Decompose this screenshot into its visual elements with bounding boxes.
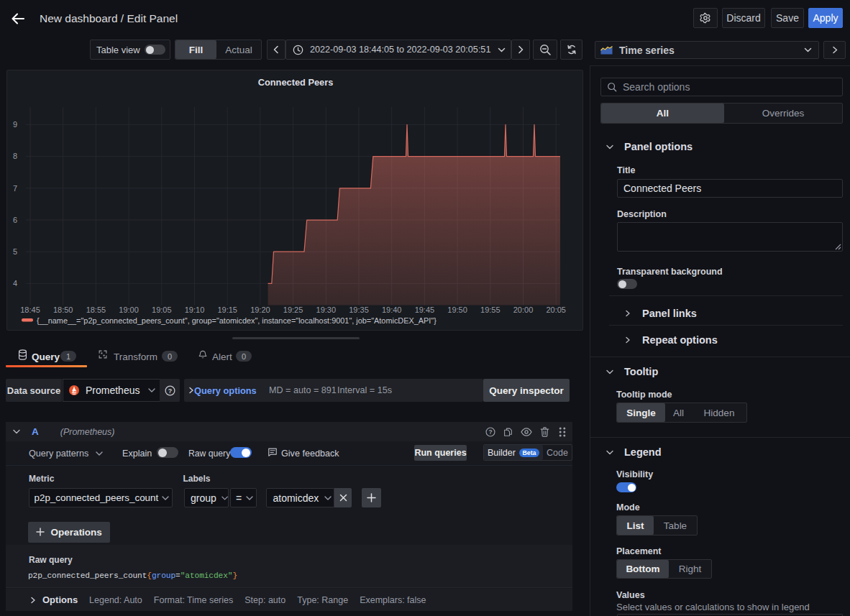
svg-text:19:20: 19:20: [250, 305, 270, 314]
svg-text:{__name__="p2p_connected_peers: {__name__="p2p_connected_peers_count", g…: [37, 316, 437, 325]
svg-text:19:15: 19:15: [217, 305, 237, 314]
svg-text:19:25: 19:25: [283, 305, 303, 314]
svg-text:19:35: 19:35: [349, 305, 369, 314]
svg-text:18:45: 18:45: [20, 305, 40, 314]
svg-text:4: 4: [13, 279, 17, 288]
svg-text:19:55: 19:55: [480, 305, 501, 314]
svg-text:19:50: 19:50: [447, 305, 467, 314]
svg-text:19:40: 19:40: [382, 305, 402, 314]
svg-text:19:10: 19:10: [185, 305, 205, 314]
svg-text:18:50: 18:50: [53, 305, 73, 314]
svg-text:?: ?: [168, 387, 171, 394]
svg-text:20:00: 20:00: [513, 305, 534, 314]
svg-text:20:05: 20:05: [546, 305, 566, 314]
svg-text:19:05: 19:05: [152, 305, 172, 314]
svg-text:8: 8: [13, 152, 17, 160]
svg-text:19:45: 19:45: [415, 305, 435, 314]
svg-text:18:55: 18:55: [86, 305, 106, 314]
svg-text:19:00: 19:00: [119, 305, 139, 314]
svg-text:Connected Peers: Connected Peers: [258, 77, 334, 88]
svg-text:?: ?: [488, 428, 492, 435]
svg-text:9: 9: [13, 120, 17, 129]
svg-text:6: 6: [13, 216, 17, 224]
svg-text:19:30: 19:30: [316, 305, 337, 314]
svg-text:7: 7: [13, 184, 17, 193]
svg-text:5: 5: [13, 247, 17, 256]
